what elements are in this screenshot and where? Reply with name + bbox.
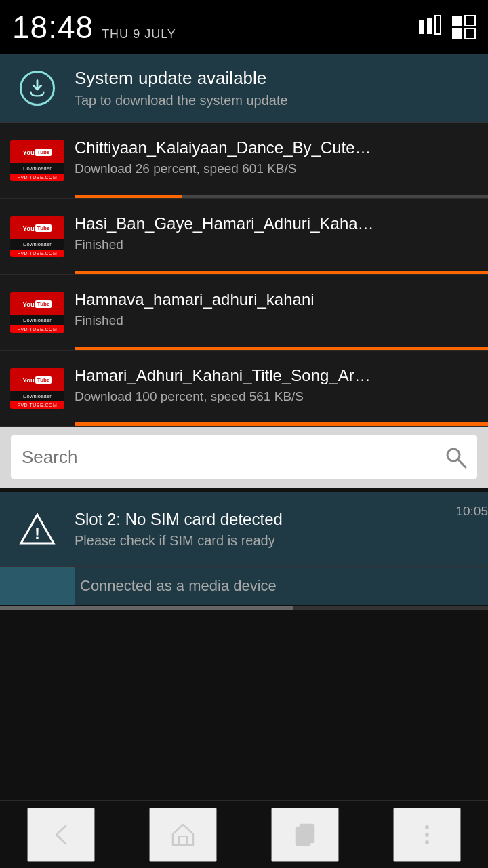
scroll-indicator-fill [0,606,293,610]
sim-notif-text: Slot 2: No SIM card detected Please chec… [75,499,449,559]
search-icon [444,446,467,469]
notif-download-3[interactable]: YouTube Downloader FVD TUBE.COM Hamnava_… [0,275,488,351]
svg-marker-11 [173,825,193,845]
notif-sim[interactable]: ! Slot 2: No SIM card detected Please ch… [0,492,488,567]
svg-rect-12 [179,837,187,845]
notif-download-1[interactable]: YouTube Downloader FVD TUBE.COM Chittiya… [0,123,488,199]
yt-icon-box-1: YouTube Downloader FVD TUBE.COM [0,123,75,198]
yt-icon-box-2: YouTube Downloader FVD TUBE.COM [0,199,75,274]
system-update-icon-box [0,54,75,122]
progress-fill-2 [75,271,488,274]
notif-dl-text-2: Hasi_Ban_Gaye_Hamari_Adhuri_Kaha… Finish… [75,206,488,267]
notif-dl-subtitle-2: Finished [75,237,477,252]
scroll-indicator [0,606,488,610]
progress-track-1 [75,195,488,198]
status-time: 18:48 [12,9,94,45]
system-update-title: System update available [75,68,477,89]
notif-dl-title-3: Hamnava_hamari_adhuri_kahani [75,290,454,309]
svg-text:!: ! [35,524,40,542]
svg-rect-2 [435,15,441,34]
svg-line-8 [458,460,466,467]
system-update-subtitle: Tap to download the system update [75,93,477,108]
notif-dl-subtitle-3: Finished [75,313,477,328]
notif-dl-title-4: Hamari_Adhuri_Kahani_Title_Song_Ar… [75,366,454,385]
progress-fill-1 [75,195,182,198]
warning-icon: ! [18,512,56,546]
svg-rect-4 [465,16,475,26]
notif-dl-title-1: Chittiyaan_Kalaiyaan_Dance_By_Cute… [75,138,454,157]
svg-rect-3 [452,16,462,26]
search-button[interactable] [434,435,477,479]
progress-track-3 [75,347,488,350]
status-left: 18:48 THU 9 JULY [12,9,176,45]
system-update-text: System update available Tap to download … [75,57,488,119]
notif-dl-subtitle-4: Download 100 percent, speed 561 KB/S [75,389,477,404]
sim-notif-title: Slot 2: No SIM card detected [75,510,449,529]
progress-fill-4 [75,422,488,426]
back-icon [48,822,74,848]
svg-point-16 [425,833,429,837]
search-bar [0,427,488,488]
sim-notif-subtitle: Please check if SIM card is ready [75,533,449,549]
search-input[interactable] [11,435,434,479]
yt-app-icon-4: YouTube Downloader FVD TUBE.COM [10,368,64,409]
notif-dl-text-1: Chittiyaan_Kalaiyaan_Dance_By_Cute… Down… [75,130,488,191]
system-update-icon [20,71,55,106]
sim-icon-box: ! [0,492,75,566]
recents-button[interactable] [271,808,339,862]
yt-app-icon-3: YouTube Downloader FVD TUBE.COM [10,292,64,333]
svg-point-15 [425,825,429,829]
notif-download-4[interactable]: YouTube Downloader FVD TUBE.COM Hamari_A… [0,351,488,427]
notif-dl-text-4: Hamari_Adhuri_Kahani_Title_Song_Ar… Down… [75,358,488,419]
svg-rect-0 [419,20,424,34]
apps-icon [451,15,476,39]
notif-partial[interactable]: Connected as a media device [0,567,488,605]
svg-rect-5 [452,28,462,39]
recents-icon [292,822,318,848]
more-button[interactable] [393,808,461,862]
notif-partial-text: Connected as a media device [75,577,277,595]
progress-track-2 [75,271,488,274]
yt-app-icon-2: YouTube Downloader FVD TUBE.COM [10,216,64,257]
notif-dl-subtitle-1: Download 26 percent, speed 601 KB/S [75,161,477,176]
notif-dl-text-3: Hamnava_hamari_adhuri_kahani Finished [75,282,488,343]
signal-icon [418,15,442,39]
status-date: THU 9 JULY [102,27,176,41]
notif-dl-title-2: Hasi_Ban_Gaye_Hamari_Adhuri_Kaha… [75,214,454,233]
home-button[interactable] [149,808,217,862]
sim-notif-time: 10:05 [455,492,488,519]
svg-point-17 [425,840,429,844]
status-icons [418,15,476,39]
notif-download-2[interactable]: YouTube Downloader FVD TUBE.COM Hasi_Ban… [0,199,488,275]
yt-icon-box-3: YouTube Downloader FVD TUBE.COM [0,275,75,350]
svg-rect-6 [465,28,475,39]
progress-track-4 [75,422,488,426]
notif-system-update[interactable]: System update available Tap to download … [0,54,488,123]
notif-partial-icon [0,567,75,605]
yt-icon-box-4: YouTube Downloader FVD TUBE.COM [0,351,75,426]
svg-rect-14 [300,825,314,842]
progress-fill-3 [75,347,488,350]
nav-bar [0,800,488,868]
svg-rect-1 [427,18,432,34]
back-button[interactable] [27,808,95,862]
status-bar: 18:48 THU 9 JULY [0,0,488,54]
more-icon [414,822,440,848]
yt-app-icon-1: YouTube Downloader FVD TUBE.COM [10,140,64,181]
home-icon [170,822,196,848]
